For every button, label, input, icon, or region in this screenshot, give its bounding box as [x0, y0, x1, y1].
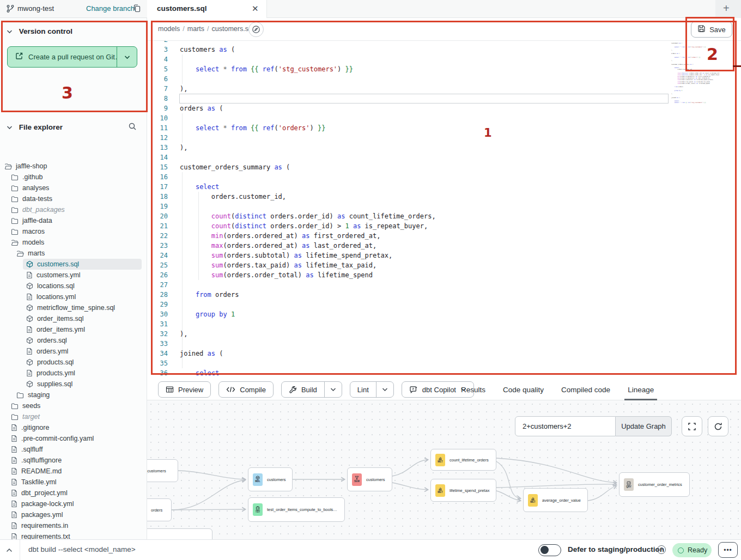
- tab-close-icon[interactable]: ✕: [252, 4, 259, 14]
- expand-command-icon[interactable]: [5, 545, 13, 555]
- code-line-23[interactable]: 23 max(orders.ordered_at) as last_ordere…: [147, 241, 741, 251]
- fullscreen-button[interactable]: [682, 416, 702, 436]
- code-line-17[interactable]: 17 select: [147, 182, 741, 192]
- build-button[interactable]: Build: [281, 381, 342, 398]
- create-pull-request-main[interactable]: Create a pull request on Git…: [8, 47, 117, 67]
- tree-item-jaffle-shop[interactable]: jaffle-shop: [0, 161, 147, 172]
- code-line-35[interactable]: 35: [147, 358, 741, 368]
- code-line-7[interactable]: 7),: [147, 84, 741, 94]
- code-line-12[interactable]: 12: [147, 133, 741, 143]
- code-line-18[interactable]: 18 orders.customer_id,: [147, 192, 741, 202]
- tab-customers-sql[interactable]: customers.sql ✕: [147, 0, 267, 19]
- help-icon[interactable]: ?: [657, 545, 666, 554]
- lint-button[interactable]: Lint: [350, 381, 394, 398]
- version-control-header[interactable]: Version control: [7, 27, 72, 35]
- tree-item--pre-commit-config-yaml[interactable]: .pre-commit-config.yaml: [0, 433, 147, 444]
- code-line-21[interactable]: 21 count(distinct orders.order_id) > 1 a…: [147, 221, 741, 231]
- tree-item-locations-sql[interactable]: locations.sql: [0, 281, 147, 291]
- tree-item-metricflow-time-spine-sql[interactable]: metricflow_time_spine.sql: [0, 302, 147, 313]
- tab-code-quality[interactable]: Code quality: [503, 379, 544, 400]
- save-button[interactable]: Save: [691, 21, 732, 38]
- pr-button-dropdown[interactable]: [117, 55, 137, 59]
- compile-button[interactable]: Compile: [218, 381, 274, 398]
- lineage-node-test-order-items[interactable]: TSTtest_order_items_compute_to_bools…: [248, 497, 345, 522]
- dropdown-toggle[interactable]: [376, 382, 393, 397]
- code-line-4[interactable]: 4: [147, 54, 741, 64]
- tree-item-target[interactable]: target: [0, 411, 147, 422]
- tree-item-products-sql[interactable]: products.sql: [0, 357, 147, 368]
- tab-compiled-code[interactable]: Compiled code: [561, 379, 610, 400]
- code-line-28[interactable]: 28 from orders: [147, 290, 741, 300]
- code-line-14[interactable]: 14: [147, 153, 741, 162]
- tree-item-packages-yml[interactable]: packages.yml: [0, 509, 147, 520]
- tree-item-marts[interactable]: marts: [0, 248, 147, 259]
- tree-item-orders-yml[interactable]: orders.yml: [0, 346, 147, 357]
- tree-item-customers-yml[interactable]: customers.yml: [0, 270, 147, 281]
- code-line-27[interactable]: 27: [147, 280, 741, 290]
- code-line-26[interactable]: 26 sum(orders.order_total) as lifetime_s…: [147, 270, 741, 280]
- code-line-30[interactable]: 30 group by 1: [147, 309, 741, 319]
- tree-item-data-tests[interactable]: data-tests: [0, 193, 147, 204]
- change-branch-link[interactable]: Change branch: [86, 4, 135, 13]
- code-minimap[interactable]: customers as ( select * from {{ ref('stg…: [671, 41, 719, 105]
- code-line-11[interactable]: 11 select * from {{ ref('orders') }}: [147, 123, 741, 133]
- tree-item-macros[interactable]: macros: [0, 226, 147, 237]
- tree-item--sqlfluffignore[interactable]: .sqlfluffignore: [0, 455, 147, 466]
- lineage-node-customers-model[interactable]: MDLcustomers: [248, 467, 293, 491]
- create-pull-request-button[interactable]: Create a pull request on Git…: [7, 46, 137, 68]
- new-tab-button[interactable]: +: [723, 2, 730, 15]
- code-line-29[interactable]: 29: [147, 300, 741, 309]
- lineage-node-count_lifetime_orders[interactable]: METcount_lifetime_orders: [430, 449, 496, 471]
- lineage-canvas[interactable]: 2+customers+2 Update Graph stg_customers…: [147, 400, 741, 539]
- preview-button[interactable]: Preview: [158, 381, 211, 398]
- file-explorer-header[interactable]: File explorer: [7, 123, 143, 131]
- tab-lineage[interactable]: Lineage: [628, 379, 654, 400]
- lineage-node-customers-semantic[interactable]: SEMcustomers: [347, 467, 392, 491]
- more-options-button[interactable]: •••: [718, 542, 738, 558]
- code-line-19[interactable]: 19: [147, 202, 741, 211]
- code-line-15[interactable]: 15customer_orders_summary as (: [147, 162, 741, 172]
- refresh-button[interactable]: [708, 416, 728, 436]
- code-line-25[interactable]: 25 sum(orders.tax_paid) as lifetime_tax_…: [147, 260, 741, 270]
- lineage-node-stg_customers[interactable]: stg_customers: [147, 459, 178, 482]
- code-line-10[interactable]: 10: [147, 113, 741, 123]
- code-line-13[interactable]: 13),: [147, 143, 741, 153]
- code-line-22[interactable]: 22 min(orders.ordered_at) as first_order…: [147, 231, 741, 241]
- tree-item--sqlfluff[interactable]: .sqlfluff: [0, 444, 147, 455]
- code-line-8[interactable]: 8: [147, 94, 741, 104]
- dropdown-toggle[interactable]: [324, 382, 342, 397]
- code-line-5[interactable]: 5 select * from {{ ref('stg_customers') …: [147, 64, 741, 74]
- code-line-2[interactable]: 2: [147, 41, 741, 45]
- lineage-node-customer_order_metrics[interactable]: QRYcustomer_order_metrics: [619, 472, 690, 497]
- code-line-34[interactable]: 34joined as (: [147, 349, 741, 358]
- tree-item-locations-yml[interactable]: locations.yml: [0, 291, 147, 302]
- code-line-3[interactable]: 3customers as (: [147, 45, 741, 54]
- tree-item-models[interactable]: models: [0, 237, 147, 248]
- tree-item-order-items-yml[interactable]: order_items.yml: [0, 324, 147, 335]
- code-line-6[interactable]: 6: [147, 74, 741, 84]
- code-line-20[interactable]: 20 count(distinct orders.order_id) as co…: [147, 211, 741, 221]
- tree-item-staging[interactable]: staging: [0, 389, 147, 400]
- update-graph-button[interactable]: Update Graph: [616, 416, 672, 436]
- tree-item-products-yml[interactable]: products.yml: [0, 368, 147, 379]
- tree-item-seeds[interactable]: seeds: [0, 400, 147, 411]
- code-line-16[interactable]: 16: [147, 172, 741, 182]
- tree-item-dbt-packages[interactable]: dbt_packages: [0, 204, 147, 215]
- lineage-node-orders[interactable]: orders: [147, 498, 172, 521]
- tree-item-customers-sql[interactable]: customers.sql: [0, 259, 147, 270]
- tab-results[interactable]: Results: [461, 379, 485, 400]
- tree-item-supplies-sql[interactable]: supplies.sql: [0, 379, 147, 389]
- tree-item-order-items-sql[interactable]: order_items.sql: [0, 313, 147, 324]
- code-line-24[interactable]: 24 sum(orders.subtotal) as lifetime_spen…: [147, 251, 741, 260]
- code-editor[interactable]: 23customers as (45 select * from {{ ref(…: [147, 41, 741, 379]
- command-input[interactable]: dbt build --select <model_name>: [28, 545, 136, 553]
- code-line-9[interactable]: 9orders as (: [147, 104, 741, 113]
- tree-item-readme-md[interactable]: README.md: [0, 466, 147, 477]
- code-line-33[interactable]: 33: [147, 339, 741, 349]
- code-line-31[interactable]: 31: [147, 319, 741, 329]
- tree-item-orders-sql[interactable]: orders.sql: [0, 335, 147, 346]
- lineage-node-partial-node[interactable]: [147, 528, 212, 539]
- lineage-selector-input[interactable]: 2+customers+2: [515, 416, 616, 436]
- lineage-node-average_order_value[interactable]: METaverage_order_value: [523, 488, 588, 512]
- tree-item-requirements-in[interactable]: requirements.in: [0, 520, 147, 531]
